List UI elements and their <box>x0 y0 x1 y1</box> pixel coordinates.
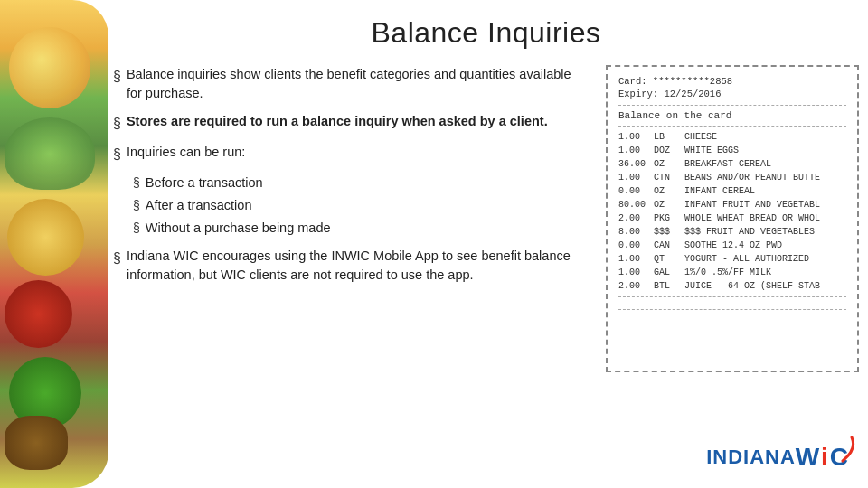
receipt-item-desc: INFANT CEREAL <box>684 185 846 197</box>
receipt-item-qty: 80.00 <box>618 199 650 211</box>
balance-label: Balance on the card <box>618 110 846 121</box>
receipt-item-row: 2.00BTLJUICE - 64 OZ (SHELF STAB <box>618 280 846 292</box>
receipt-item-unit: $$$ <box>654 226 681 238</box>
receipt-item-row: 1.00GAL1%/0 .5%/FF MILK <box>618 267 846 278</box>
receipt-item-desc: WHOLE WHEAT BREAD OR WHOL <box>684 212 846 224</box>
bullet-2: § Stores are required to run a balance i… <box>113 112 588 134</box>
bullet-icon-2: § <box>113 113 121 134</box>
card-number: **********2858 <box>653 76 732 87</box>
receipt-item-unit: OZ <box>654 199 681 211</box>
bullet-3: § Inquiries can be run: <box>113 143 588 164</box>
bullet-1: § Balance inquiries show clients the ben… <box>113 65 588 103</box>
receipt-footer-space <box>618 302 846 309</box>
receipt-item-unit: CTN <box>654 172 681 183</box>
receipt-item-desc: BREAKFAST CEREAL <box>684 158 846 170</box>
expiry-line: Expiry: 12/25/2016 <box>618 89 846 99</box>
wic-swoosh-svg <box>841 436 861 463</box>
receipt-item-qty: 0.00 <box>618 185 650 197</box>
receipt-panel: Card: **********2858 Expiry: 12/25/2016 … <box>606 61 859 476</box>
receipt-item-qty: 2.00 <box>618 280 650 292</box>
receipt-item-row: 0.00OZINFANT CEREAL <box>618 185 846 197</box>
wic-w: W <box>796 443 821 471</box>
receipt-item-desc: CHEESE <box>684 131 846 143</box>
sub-bullet-1-text: Before a transaction <box>146 174 263 192</box>
expiry-value: 12/25/2016 <box>664 89 721 99</box>
sub-bullet-icon-1: § <box>133 174 140 192</box>
receipt-item-desc: JUICE - 64 OZ (SHELF STAB <box>684 280 846 292</box>
card-label: Card: <box>618 76 647 87</box>
bullet-1-text: Balance inquiries show clients the benef… <box>127 65 588 103</box>
receipt-item-qty: 2.00 <box>618 212 650 224</box>
receipt-item-desc: YOGURT - ALL AUTHORIZED <box>684 253 846 265</box>
receipt-item-qty: 1.00 <box>618 172 650 183</box>
bullet-3-text: Inquiries can be run: <box>127 143 245 162</box>
text-panel: § Balance inquiries show clients the ben… <box>113 61 588 476</box>
receipt-item-unit: DOZ <box>654 145 681 156</box>
receipt-header: Card: **********2858 Expiry: 12/25/2016 <box>618 76 846 99</box>
page-title: Balance Inquiries <box>104 0 868 61</box>
receipt-item-unit: OZ <box>654 158 681 170</box>
receipt-item-row: 1.00DOZWHITE EGGS <box>618 145 846 156</box>
sub-bullet-icon-2: § <box>133 196 140 214</box>
receipt-item-row: 0.00CANSOOTHE 12.4 OZ PWD <box>618 239 846 251</box>
receipt-item-row: 8.00$$$$$$ FRUIT AND VEGETABLES <box>618 226 846 238</box>
receipt-divider-bot <box>618 296 846 297</box>
receipt-items: 1.00LBCHEESE1.00DOZWHITE EGGS36.00OZBREA… <box>618 131 846 292</box>
receipt-item-qty: 36.00 <box>618 158 650 170</box>
receipt-item-qty: 0.00 <box>618 239 650 251</box>
main-content: Balance Inquiries § Balance inquiries sh… <box>104 0 868 488</box>
sub-bullet-2: § After a transaction <box>133 196 588 215</box>
receipt-item-desc: WHITE EGGS <box>684 145 846 156</box>
bullet-icon-1: § <box>113 66 121 87</box>
bullet-4-text: Indiana WIC encourages using the INWIC M… <box>127 247 588 285</box>
indiana-text: INDIANA <box>706 446 796 469</box>
wic-logo: WiC <box>796 443 850 472</box>
bullet-icon-3: § <box>113 144 121 164</box>
receipt-item-row: 1.00LBCHEESE <box>618 131 846 143</box>
receipt-item-unit: LB <box>654 131 681 143</box>
receipt-divider-top <box>618 105 846 106</box>
receipt-item-unit: OZ <box>654 185 681 197</box>
bullet-icon-4: § <box>113 248 121 268</box>
deco-food-4 <box>5 416 68 470</box>
receipt-item-qty: 8.00 <box>618 226 650 238</box>
card-line: Card: **********2858 <box>618 76 846 87</box>
receipt-item-qty: 1.00 <box>618 131 650 143</box>
receipt-item-unit: CAN <box>654 239 681 251</box>
receipt-item-row: 36.00OZBREAKFAST CEREAL <box>618 158 846 170</box>
receipt-item-row: 1.00CTNBEANS AND/OR PEANUT BUTTE <box>618 172 846 183</box>
receipt-item-desc: SOOTHE 12.4 OZ PWD <box>684 239 846 251</box>
receipt-item-desc: INFANT FRUIT AND VEGETABL <box>684 199 846 211</box>
sub-bullet-3-text: Without a purchase being made <box>146 219 331 238</box>
sub-bullet-3: § Without a purchase being made <box>133 219 588 238</box>
sub-bullets: § Before a transaction § After a transac… <box>133 174 588 238</box>
receipt-item-qty: 1.00 <box>618 145 650 156</box>
receipt-item-unit: QT <box>654 253 681 265</box>
deco-food-2 <box>5 280 72 348</box>
receipt-item-unit: GAL <box>654 267 681 278</box>
content-area: § Balance inquiries show clients the ben… <box>104 61 868 476</box>
wic-swoosh-char: i <box>821 443 830 471</box>
bullet-2-text: Stores are required to run a balance inq… <box>127 112 548 131</box>
receipt-divider-final <box>618 309 846 310</box>
receipt-item-desc: BEANS AND/OR PEANUT BUTTE <box>684 172 846 183</box>
sub-bullet-icon-3: § <box>133 219 140 237</box>
receipt-item-unit: PKG <box>654 212 681 224</box>
receipt-item-row: 2.00PKGWHOLE WHEAT BREAD OR WHOL <box>618 212 846 224</box>
receipt-item-unit: BTL <box>654 280 681 292</box>
receipt-item-row: 1.00QTYOGURT - ALL AUTHORIZED <box>618 253 846 265</box>
receipt-item-qty: 1.00 <box>618 253 650 265</box>
receipt-card: Card: **********2858 Expiry: 12/25/2016 … <box>606 65 859 372</box>
wic-logo-area: INDIANA WiC <box>706 443 850 472</box>
sub-bullet-1: § Before a transaction <box>133 174 588 192</box>
receipt-item-qty: 1.00 <box>618 267 650 278</box>
deco-food-1 <box>7 199 84 276</box>
expiry-label: Expiry: <box>618 89 658 99</box>
receipt-item-desc: $$$ FRUIT AND VEGETABLES <box>684 226 846 238</box>
sub-bullet-2-text: After a transaction <box>146 196 252 215</box>
receipt-divider-mid <box>618 126 846 127</box>
bullet-4: § Indiana WIC encourages using the INWIC… <box>113 247 588 285</box>
receipt-item-desc: 1%/0 .5%/FF MILK <box>684 267 846 278</box>
receipt-item-row: 80.00OZINFANT FRUIT AND VEGETABL <box>618 199 846 211</box>
